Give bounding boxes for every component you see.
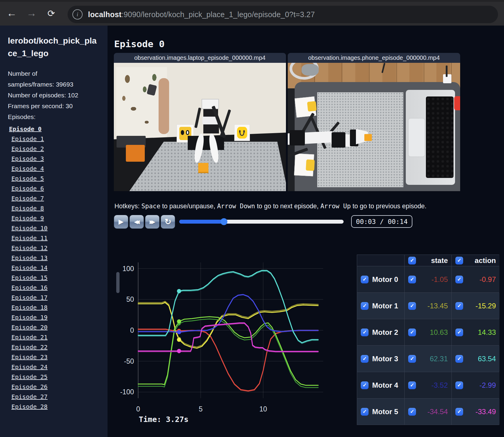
svg-text:5: 5 bbox=[199, 405, 203, 413]
checkbox[interactable]: ✓ bbox=[361, 302, 369, 310]
checkbox[interactable]: ✓ bbox=[455, 329, 463, 336]
episode-link[interactable]: Episode 6 bbox=[11, 184, 108, 194]
checkbox[interactable]: ✓ bbox=[455, 276, 463, 283]
video-panel-phone: observation.images.phone_episode_000000.… bbox=[288, 53, 460, 191]
forward-icon[interactable]: → bbox=[26, 7, 37, 19]
hf-eye bbox=[243, 130, 245, 133]
episode-link[interactable]: Episode 13 bbox=[11, 253, 108, 263]
motor-state-value: -13.45 bbox=[416, 302, 448, 310]
episode-link[interactable]: Episode 0 bbox=[9, 124, 108, 134]
checkbox[interactable]: ✓ bbox=[455, 355, 463, 363]
episode-link[interactable]: Episode 4 bbox=[11, 164, 108, 174]
checkbox[interactable]: ✓ bbox=[455, 381, 463, 389]
check-icon: ✓ bbox=[457, 277, 461, 282]
checkbox[interactable]: ✓ bbox=[408, 381, 416, 389]
loop-button[interactable]: ↻ bbox=[161, 215, 175, 229]
hotkey-key: Space bbox=[141, 203, 160, 210]
table-corner-cell bbox=[357, 255, 404, 266]
episode-link[interactable]: Episode 2 bbox=[11, 144, 108, 154]
checkbox[interactable]: ✓ bbox=[408, 276, 416, 283]
checkbox[interactable]: ✓ bbox=[408, 355, 416, 363]
episode-link[interactable]: Episode 12 bbox=[11, 243, 108, 253]
episode-link[interactable]: Episode 23 bbox=[11, 352, 108, 362]
motor-state-cell: ✓-3.52 bbox=[405, 372, 451, 398]
rewind-button[interactable]: ◀◀ bbox=[129, 215, 144, 229]
episode-link[interactable]: Episode 3 bbox=[11, 154, 108, 164]
check-icon: ✓ bbox=[410, 356, 414, 361]
motor-state-value: -3.52 bbox=[416, 381, 448, 390]
hotkeys-text: to pause/unpause, bbox=[160, 203, 217, 210]
episode-link[interactable]: Episode 27 bbox=[11, 392, 108, 402]
checkbox[interactable]: ✓ bbox=[361, 329, 369, 336]
episode-link[interactable]: Episode 15 bbox=[11, 273, 108, 283]
dataset-info-line: Frames per second: 30 bbox=[8, 101, 108, 112]
check-icon: ✓ bbox=[457, 303, 461, 308]
motor-action-cell: ✓14.33 bbox=[452, 319, 499, 345]
robot-joint bbox=[290, 130, 305, 145]
yellow-sticker bbox=[306, 159, 314, 171]
laptop-camera-frame[interactable] bbox=[114, 63, 286, 191]
checkbox[interactable]: ✓ bbox=[455, 408, 463, 416]
episode-link[interactable]: Episode 18 bbox=[11, 303, 108, 313]
motor-action-value: -0.97 bbox=[463, 275, 496, 284]
episode-link[interactable]: Episode 17 bbox=[11, 293, 108, 303]
main-content: Episode 0 observation.images.laptop_epis… bbox=[108, 26, 504, 437]
back-icon[interactable]: ← bbox=[7, 7, 17, 19]
episode-link[interactable]: Episode 21 bbox=[11, 332, 108, 342]
chart-time-label: Time: 3.27s bbox=[139, 415, 189, 424]
phone-camera-frame[interactable] bbox=[288, 63, 460, 191]
motor-state-cell: ✓10.63 bbox=[405, 319, 451, 345]
checkbox[interactable]: ✓ bbox=[408, 408, 416, 416]
episode-link[interactable]: Episode 20 bbox=[11, 322, 108, 332]
episode-link[interactable]: Episode 22 bbox=[11, 342, 108, 352]
checkbox[interactable]: ✓ bbox=[408, 302, 416, 310]
checkbox[interactable]: ✓ bbox=[408, 329, 416, 336]
hotkey-key: Arrow Down bbox=[217, 203, 255, 210]
fast-forward-button[interactable]: ▶▶ bbox=[145, 215, 159, 229]
scrollbar-thumb[interactable] bbox=[116, 272, 120, 293]
checkbox[interactable]: ✓ bbox=[361, 408, 369, 416]
episode-link[interactable]: Episode 14 bbox=[11, 263, 108, 273]
checkbox[interactable]: ✓ bbox=[455, 257, 463, 264]
robot-base bbox=[188, 136, 224, 150]
episode-link[interactable]: Episode 25 bbox=[11, 372, 108, 382]
yellow-sticker bbox=[307, 101, 317, 112]
huggingface-sticker bbox=[237, 127, 247, 139]
hotkeys-text: to go to previous episode. bbox=[351, 203, 427, 210]
checkbox[interactable]: ✓ bbox=[455, 302, 463, 310]
url-text: localhost:9090/lerobot/koch_pick_place_1… bbox=[88, 10, 315, 19]
checkbox[interactable]: ✓ bbox=[408, 257, 416, 264]
motor-name: Motor 3 bbox=[372, 355, 398, 363]
panda-eye bbox=[186, 130, 189, 135]
play-button[interactable]: ▶ bbox=[114, 215, 128, 229]
episode-link[interactable]: Episode 5 bbox=[11, 174, 108, 184]
check-icon: ✓ bbox=[363, 330, 367, 335]
episode-link[interactable]: Episode 16 bbox=[11, 283, 108, 293]
site-info-icon[interactable]: i bbox=[72, 9, 83, 20]
column-header-state: ✓state bbox=[405, 255, 451, 266]
episode-link[interactable]: Episode 24 bbox=[11, 362, 108, 372]
url-bar[interactable]: i localhost:9090/lerobot/koch_pick_place… bbox=[68, 6, 498, 23]
episode-link[interactable]: Episode 28 bbox=[11, 402, 108, 412]
checkbox[interactable]: ✓ bbox=[361, 276, 369, 283]
episode-link[interactable]: Episode 11 bbox=[11, 233, 108, 243]
laptop-keyboard bbox=[426, 96, 454, 178]
motor-name: Motor 0 bbox=[372, 275, 398, 284]
app-body: lerobot/koch_pick_place_1_lego Number of… bbox=[0, 26, 504, 437]
episode-list: Episode 0Episode 1Episode 2Episode 3Epis… bbox=[11, 124, 108, 412]
check-icon: ✓ bbox=[457, 330, 461, 335]
checkbox[interactable]: ✓ bbox=[361, 355, 369, 363]
episode-link[interactable]: Episode 26 bbox=[11, 382, 108, 392]
reload-icon[interactable]: ⟳ bbox=[47, 8, 55, 19]
episode-link[interactable]: Episode 9 bbox=[11, 213, 108, 223]
episode-link[interactable]: Episode 10 bbox=[11, 223, 108, 233]
episode-link[interactable]: Episode 19 bbox=[11, 313, 108, 322]
episode-link[interactable]: Episode 1 bbox=[11, 134, 108, 144]
motor-row-label: ✓Motor 2 bbox=[357, 319, 404, 345]
check-icon: ✓ bbox=[363, 303, 367, 308]
episode-link[interactable]: Episode 8 bbox=[11, 203, 108, 213]
checkbox[interactable]: ✓ bbox=[361, 381, 369, 389]
episode-link[interactable]: Episode 7 bbox=[11, 194, 108, 203]
seek-slider-thumb[interactable] bbox=[220, 218, 227, 225]
seek-slider[interactable] bbox=[179, 220, 344, 224]
